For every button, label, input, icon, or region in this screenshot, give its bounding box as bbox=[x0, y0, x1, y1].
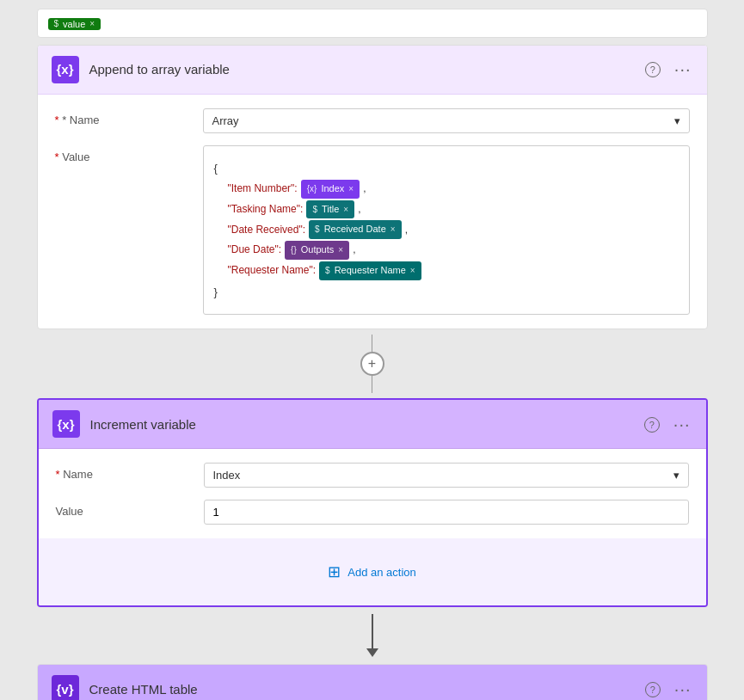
arrow-line bbox=[372, 614, 373, 648]
add-action-section: ⊞ Add an action bbox=[39, 538, 706, 605]
append-more-button[interactable]: ··· bbox=[673, 58, 693, 81]
increment-card-title: Increment variable bbox=[90, 417, 632, 432]
create-html-card-icon: {v} bbox=[52, 675, 79, 700]
connector-plus-section: + bbox=[360, 329, 384, 398]
json-line-date-received: "Date Received": $ Received Date × , bbox=[214, 220, 679, 239]
add-action-icon: ⊞ bbox=[328, 562, 341, 581]
increment-name-dropdown[interactable]: Index ▾ bbox=[204, 463, 689, 488]
requester-name-token-close[interactable]: × bbox=[410, 263, 415, 279]
json-line-requester: "Requester Name": $ Requester Name × bbox=[214, 261, 679, 280]
append-card-icon: {x} bbox=[52, 56, 79, 83]
received-date-token-close[interactable]: × bbox=[390, 222, 396, 237]
create-html-card: {v} Create HTML table ? ··· bbox=[37, 664, 708, 700]
connector-line-bottom bbox=[372, 376, 372, 393]
received-date-token[interactable]: $ Received Date × bbox=[309, 220, 402, 239]
increment-chevron-icon: ▾ bbox=[673, 469, 679, 482]
increment-name-input-wrapper: Index ▾ bbox=[204, 463, 689, 488]
arrow-down bbox=[366, 607, 378, 664]
increment-card-header: {x} Increment variable ? ··· bbox=[39, 400, 706, 449]
append-name-dropdown[interactable]: Array ▾ bbox=[203, 108, 690, 133]
index-token-close[interactable]: × bbox=[348, 181, 354, 197]
increment-name-label: * Name bbox=[56, 463, 194, 481]
outputs-token[interactable]: {} Outputs × bbox=[285, 241, 349, 260]
outputs-token-close[interactable]: × bbox=[338, 243, 343, 258]
increment-card-actions: ? ··· bbox=[643, 413, 692, 436]
append-name-field-row: * * Name Array ▾ bbox=[55, 108, 690, 133]
increment-more-button[interactable]: ··· bbox=[672, 413, 692, 436]
increment-name-field-row: * Name Index ▾ bbox=[56, 463, 689, 488]
append-card-actions: ? ··· bbox=[643, 58, 693, 81]
arrow-head bbox=[366, 648, 378, 657]
index-token[interactable]: {x} Index × bbox=[301, 180, 360, 199]
chevron-down-icon: ▾ bbox=[674, 114, 680, 127]
append-value-label: * Value bbox=[55, 145, 193, 163]
increment-value-field-row: Value bbox=[56, 500, 689, 525]
create-html-more-button[interactable]: ··· bbox=[673, 678, 693, 700]
json-line-due-date: "Due Date": {} Outputs × , bbox=[214, 241, 679, 260]
increment-value-input[interactable] bbox=[204, 500, 689, 525]
append-array-card: {x} Append to array variable ? ··· * * N… bbox=[37, 45, 708, 330]
received-date-label: Received Date bbox=[324, 221, 386, 238]
append-name-label: * * Name bbox=[55, 108, 193, 126]
title-token-close[interactable]: × bbox=[343, 202, 348, 218]
json-open-brace: { bbox=[214, 158, 679, 178]
append-help-button[interactable]: ? bbox=[643, 59, 662, 79]
increment-card-body: * Name Index ▾ Value bbox=[39, 449, 706, 538]
increment-variable-card: {x} Increment variable ? ··· * Name Inde… bbox=[37, 398, 708, 607]
value-tag-close[interactable]: × bbox=[89, 19, 95, 28]
value-tag-icon: $ bbox=[54, 19, 59, 28]
increment-card-icon: {x} bbox=[52, 410, 80, 438]
title-token[interactable]: $ Title × bbox=[306, 200, 354, 219]
json-line-tasking-name: "Tasking Name": $ Title × , bbox=[214, 200, 679, 219]
json-line-item-number: "Item Number": {x} Index × , bbox=[214, 180, 679, 199]
create-html-card-actions: ? ··· bbox=[643, 678, 693, 700]
value-tag-row: $ value × bbox=[37, 9, 708, 38]
value-tag-label: value bbox=[63, 19, 85, 29]
append-name-input-wrapper: Array ▾ bbox=[203, 108, 690, 133]
increment-value-label: Value bbox=[56, 500, 194, 518]
json-close-brace: } bbox=[214, 282, 679, 302]
add-action-label: Add an action bbox=[347, 566, 416, 579]
create-html-help-button[interactable]: ? bbox=[643, 679, 662, 699]
create-html-card-title: Create HTML table bbox=[89, 682, 633, 697]
append-value-field-row: * Value { "Item Number": {x} Index bbox=[55, 145, 690, 316]
append-json-area[interactable]: { "Item Number": {x} Index × , bbox=[203, 145, 690, 316]
add-action-button[interactable]: ⊞ Add an action bbox=[328, 552, 416, 592]
value-tag[interactable]: $ value × bbox=[48, 18, 101, 30]
increment-value-input-wrapper bbox=[204, 500, 689, 525]
add-between-button[interactable]: + bbox=[360, 352, 384, 376]
append-value-input-wrapper: { "Item Number": {x} Index × , bbox=[203, 145, 690, 316]
increment-help-button[interactable]: ? bbox=[643, 414, 661, 434]
append-card-title: Append to array variable bbox=[89, 62, 633, 77]
append-card-header: {x} Append to array variable ? ··· bbox=[38, 46, 707, 95]
append-card-body: * * Name Array ▾ * Value { bbox=[38, 95, 707, 329]
create-html-card-header: {v} Create HTML table ? ··· bbox=[38, 665, 707, 700]
connector-line-top bbox=[372, 335, 372, 352]
requester-name-token[interactable]: $ Requester Name × bbox=[319, 261, 421, 280]
